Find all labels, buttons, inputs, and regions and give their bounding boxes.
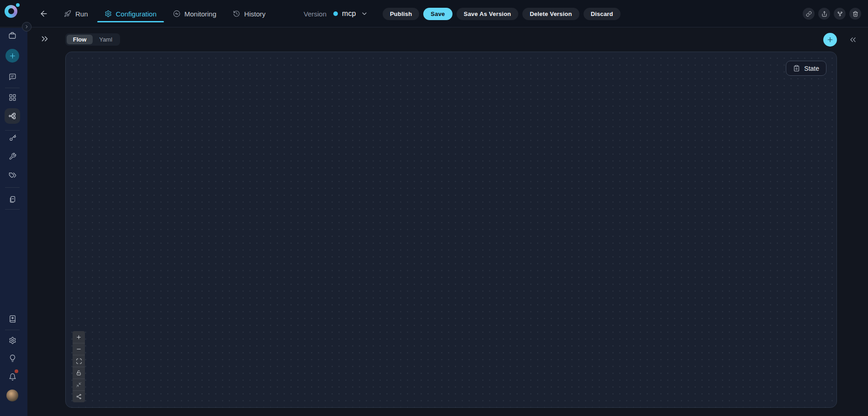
sidebar-divider [5, 330, 20, 330]
tab-history[interactable]: History [225, 0, 274, 27]
sidebar-divider [5, 209, 20, 210]
fit-view-button[interactable] [73, 355, 85, 367]
tab-monitoring[interactable]: Monitoring [165, 0, 225, 27]
share-icon [76, 394, 82, 400]
main-content: Flow Yaml State [27, 28, 868, 416]
expand-panel-button[interactable] [38, 32, 51, 45]
bell-icon [9, 373, 16, 381]
grid-icon [9, 94, 16, 101]
main-tabs: Run Configuration Monitoring History [56, 0, 274, 27]
add-new-button[interactable] [5, 49, 19, 63]
git-branch-button[interactable] [834, 8, 846, 20]
version-status-dot [333, 11, 338, 16]
sidebar-item-keys[interactable] [5, 131, 19, 145]
discard-button[interactable]: Discard [584, 8, 621, 20]
sidebar-expand-button[interactable] [22, 22, 32, 32]
tab-run[interactable]: Run [56, 0, 96, 27]
git-branch-icon [837, 11, 843, 17]
delete-button[interactable] [849, 8, 861, 20]
tab-label: Monitoring [184, 10, 216, 18]
collapse-nodes-button[interactable] [73, 379, 85, 390]
tab-label: Run [75, 10, 88, 18]
plus-icon [76, 334, 82, 340]
minus-icon [76, 346, 82, 352]
settings-icon [9, 337, 16, 344]
sidebar-divider [5, 88, 20, 88]
add-node-button[interactable] [823, 33, 837, 47]
chevron-down-icon [361, 10, 368, 17]
sidebar-item-tools[interactable] [5, 149, 19, 163]
trash-icon [852, 11, 858, 17]
sidebar-divider [5, 187, 20, 188]
delete-version-button[interactable]: Delete Version [522, 8, 579, 20]
save-as-version-button[interactable]: Save As Version [457, 8, 519, 20]
zoom-in-button[interactable] [73, 331, 85, 343]
notification-badge [15, 369, 18, 373]
sidebar-item-apps[interactable] [5, 90, 19, 104]
rocket-icon [64, 10, 71, 17]
auto-layout-button[interactable] [73, 390, 85, 402]
export-button[interactable] [818, 8, 830, 20]
chat-icon [9, 73, 16, 81]
history-icon [233, 10, 240, 17]
view-toggle: Flow Yaml [65, 33, 120, 46]
tab-label: History [244, 10, 266, 18]
tags-icon [9, 171, 16, 179]
sidebar-item-settings[interactable] [5, 333, 19, 347]
sidebar-item-ideas[interactable] [5, 351, 19, 365]
sidebar-item-chat[interactable] [5, 70, 19, 84]
sidebar-item-documents[interactable] [5, 193, 19, 206]
flow-canvas[interactable]: State [65, 52, 837, 408]
link-button[interactable] [803, 8, 815, 20]
workflow-icon [8, 112, 16, 120]
arrow-left-icon [39, 9, 48, 18]
canvas-controls [73, 331, 85, 402]
shrink-icon [76, 382, 82, 388]
gear-icon [105, 10, 112, 17]
export-icon [821, 11, 827, 17]
chevrons-left-icon [848, 35, 857, 44]
zoom-out-button[interactable] [73, 343, 85, 355]
state-node-label: State [804, 65, 819, 72]
lightbulb-icon [9, 354, 16, 362]
back-button[interactable] [37, 7, 50, 20]
sidebar-item-tags[interactable] [5, 168, 19, 182]
lock-open-icon [76, 370, 82, 376]
version-label: Version [304, 10, 326, 18]
publish-button[interactable]: Publish [383, 8, 419, 20]
save-button[interactable]: Save [423, 8, 452, 20]
key-icon [9, 134, 16, 142]
book-sparkle-icon [9, 315, 16, 323]
version-name: mcp [342, 10, 356, 18]
user-avatar[interactable] [6, 390, 18, 401]
view-toggle-flow[interactable]: Flow [67, 35, 93, 44]
topbar: Run Configuration Monitoring History Ver… [0, 0, 868, 27]
chevrons-right-icon [40, 34, 50, 44]
activity-icon [173, 10, 180, 17]
link-icon [806, 11, 812, 17]
app-logo[interactable] [5, 5, 17, 18]
sidebar-item-workflows[interactable] [5, 108, 20, 124]
version-selector[interactable]: Version mcp [304, 0, 368, 27]
sidebar-divider [5, 130, 20, 131]
plus-icon [9, 52, 16, 60]
lock-button[interactable] [73, 367, 85, 379]
chevron-right-icon [24, 24, 29, 29]
sidebar-item-notifications[interactable] [5, 370, 19, 384]
collapse-panel-button[interactable] [847, 34, 858, 45]
view-toggle-yaml[interactable]: Yaml [93, 35, 119, 44]
fit-view-icon [76, 358, 82, 364]
topbar-actions: Publish Save Save As Version Delete Vers… [383, 0, 621, 27]
topbar-icon-buttons [803, 0, 861, 27]
tab-label: Configuration [116, 10, 157, 18]
logo-notification-dot [16, 3, 20, 7]
sidebar-item-projects[interactable] [5, 29, 19, 42]
plus-icon [826, 36, 834, 43]
documents-icon [9, 196, 16, 204]
wrench-icon [9, 153, 16, 160]
state-node[interactable]: State [786, 61, 826, 76]
tab-configuration[interactable]: Configuration [96, 0, 165, 27]
clipboard-icon [793, 65, 800, 72]
sidebar-item-guide[interactable] [5, 312, 19, 326]
briefcase-icon [8, 32, 16, 40]
